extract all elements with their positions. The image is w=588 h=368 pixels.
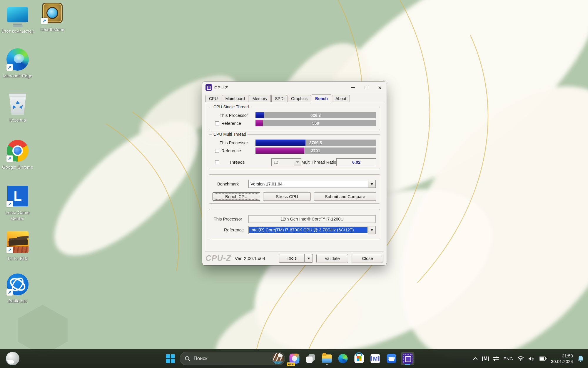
language-indicator[interactable]: ENG [503,356,513,361]
group-title: CPU Multi Thread [212,132,248,137]
notification-bell-icon[interactable] [577,355,584,362]
maximize-icon [365,86,368,89]
cpu-single-thread-group: CPU Single Thread This Processor 626.3 R… [209,107,380,130]
single-this-processor-bar: 626.3 [255,112,376,118]
copilot-button[interactable]: PRE [288,352,301,365]
reference-processor-select[interactable]: Intel(R) Core(TM) i7-8700K CPU @ 3.70GHz… [248,226,376,234]
cpuz-taskbar-icon [402,353,413,364]
shortcut-arrow-icon: ↗ [41,18,48,24]
close-window-button[interactable]: Close [352,254,383,263]
desktop-icon-recycle-bin[interactable]: Корзина [0,93,36,123]
recycle-arrows-icon [13,101,23,110]
search-box[interactable]: Поиск [180,352,285,365]
benchmark-version-select[interactable]: Version 17.01.64 [248,180,376,188]
single-this-processor-value: 626.3 [255,112,376,118]
benchmark-label: Benchmark [213,182,248,186]
submit-and-compare-button[interactable]: Submit and Compare [314,192,376,201]
microsoft-store-icon [354,354,364,363]
clock[interactable]: 21:53 30.01.2024 [551,353,573,364]
validate-button[interactable]: Validate [316,254,348,263]
tab-mainboard[interactable]: Mainboard [222,95,248,102]
reference-label: Reference [213,228,248,232]
shortcut-arrow-icon: ↗ [6,155,13,162]
desktop-icon-edge[interactable]: ↗ Microsoft Edge [0,48,36,79]
multi-this-processor-label: This Processor [213,140,255,145]
start-button[interactable] [163,352,177,365]
shortcut-arrow-icon: ↗ [6,64,13,71]
cloud-app-icon [387,354,396,363]
desktop-icon-label: Hearthstone [40,26,64,32]
desktop-icon-label: Tanks Blitz [7,256,28,261]
desktop-screen: Этот компьютер ↗ Hearthstone ↗ Microsoft… [0,0,588,368]
window-footer: CPU-Z Ver. 2.06.1.x64 Tools Validate Clo… [202,251,387,265]
system-tray: M ENG [473,349,584,368]
title-bar[interactable]: CPU-Z × [202,82,387,93]
speaker-icon[interactable] [528,356,534,361]
tab-cpu[interactable]: CPU [206,95,221,102]
tab-graphics[interactable]: Graphics [288,95,311,102]
single-reference-bar: 550 [255,120,376,126]
tab-strip: CPU Mainboard Memory SPD Graphics Bench … [202,93,387,102]
tab-spd[interactable]: SPD [271,95,287,102]
desktop-icon-tanks-blitz[interactable]: ↗ Tanks Blitz [0,230,36,261]
window-title: CPU-Z [214,85,228,90]
msi-tray-icon[interactable]: M [482,356,489,361]
microsoft-store-button[interactable] [352,352,366,365]
tab-bench[interactable]: Bench [312,94,331,102]
mixer-sliders-icon[interactable] [493,356,499,361]
group-title: CPU Single Thread [212,105,250,109]
microsoft-365-icon: M [370,354,380,363]
shortcut-arrow-icon: ↗ [6,201,13,207]
wifi-icon[interactable] [517,356,524,361]
multi-thread-ratio-value: 6.02 [336,158,376,166]
single-this-processor-label: This Processor [213,113,255,118]
bench-tab-page: CPU Single Thread This Processor 626.3 R… [205,102,384,251]
desktop-icon-this-pc[interactable]: Этот компьютер [0,3,36,34]
search-daily-image[interactable] [272,353,283,364]
cpu-multi-thread-group: CPU Multi Thread This Processor 3769.5 R… [209,134,380,169]
multi-this-processor-value: 3769.5 [255,140,376,146]
tray-chevron-up-icon[interactable] [473,357,478,360]
desktop-icon-lesta[interactable]: L ↗ Lesta Game Center [0,184,36,222]
widgets-weather-icon[interactable] [6,352,19,365]
single-reference-checkbox[interactable] [215,121,219,125]
shortcut-arrow-icon: ↗ [6,289,13,296]
close-button[interactable]: × [373,82,387,93]
edge-icon [338,354,348,363]
threads-select[interactable]: 12 [271,158,301,166]
close-icon: × [378,84,382,91]
microsoft-365-button[interactable]: M [368,352,382,365]
battery-icon[interactable] [539,357,547,361]
multi-this-processor-bar: 3769.5 [255,140,376,146]
stress-cpu-button[interactable]: Stress CPU [263,192,311,201]
multi-reference-label: Reference [221,148,241,153]
task-view-button[interactable] [304,352,317,365]
file-explorer-button[interactable] [320,352,333,365]
cpuz-taskbar-button[interactable] [401,352,414,365]
search-placeholder: Поиск [193,356,269,362]
desktop-icon-label: Этот компьютер [1,28,34,34]
desktop-icon-chrome[interactable]: ↗ Google Chrome [0,139,36,170]
desktop-icon-label: Lesta Game Center [0,210,36,222]
tab-about[interactable]: About [332,95,350,102]
cpuz-logo: CPU-Z [206,254,231,263]
threads-checkbox[interactable] [215,160,219,164]
desktop-icon-battlenet[interactable]: ↗ Battle.net [0,273,36,304]
cpuz-window: CPU-Z × CPU Mainboard Memory SPD Graphic… [202,82,387,265]
search-icon [185,356,190,362]
edge-taskbar-button[interactable] [336,352,350,365]
desktop-icon-label: Корзина [9,117,26,123]
cloud-app-button[interactable] [385,352,398,365]
multi-reference-value: 3701 [255,147,376,154]
bench-cpu-button[interactable]: Bench CPU [213,192,260,201]
file-explorer-icon [322,354,332,363]
cpuz-app-icon [206,84,212,91]
tools-dropdown-arrow[interactable] [305,254,313,263]
minimize-button[interactable] [346,82,360,93]
tab-memory[interactable]: Memory [249,95,271,102]
benchmark-group: Benchmark Version 17.01.64 Bench CPU Str… [209,174,380,204]
desktop-icon-hearthstone[interactable]: ↗ Hearthstone [34,1,71,32]
multi-reference-checkbox[interactable] [215,149,219,153]
tools-button[interactable]: Tools [279,254,305,263]
maximize-button[interactable] [360,82,373,93]
